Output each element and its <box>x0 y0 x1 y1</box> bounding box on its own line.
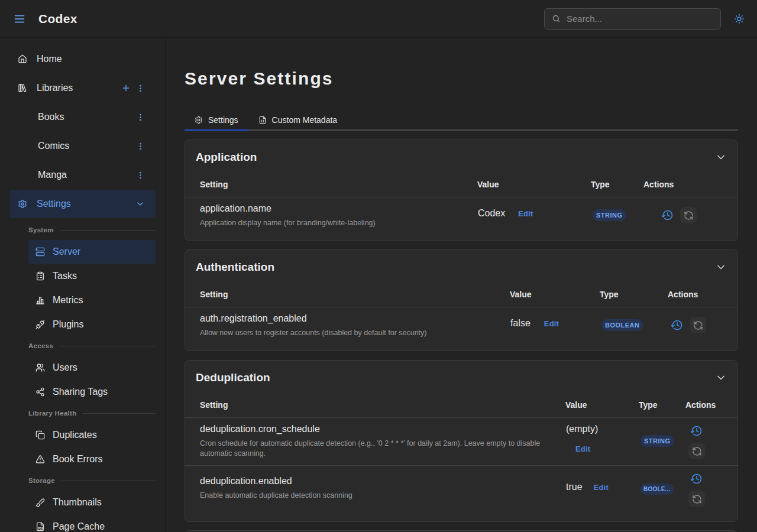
svg-text:PDF: PDF <box>38 527 44 530</box>
